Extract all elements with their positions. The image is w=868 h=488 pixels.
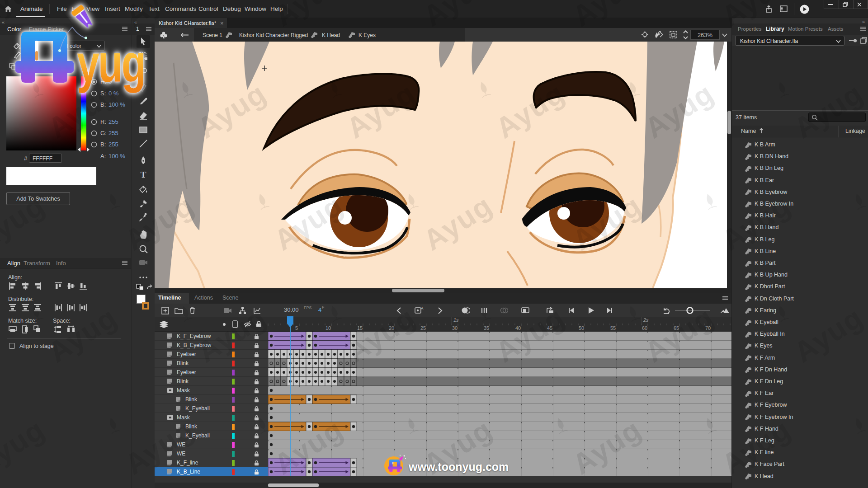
- svg-text:A: A: [421, 306, 424, 310]
- svg-text:T: T: [141, 170, 146, 179]
